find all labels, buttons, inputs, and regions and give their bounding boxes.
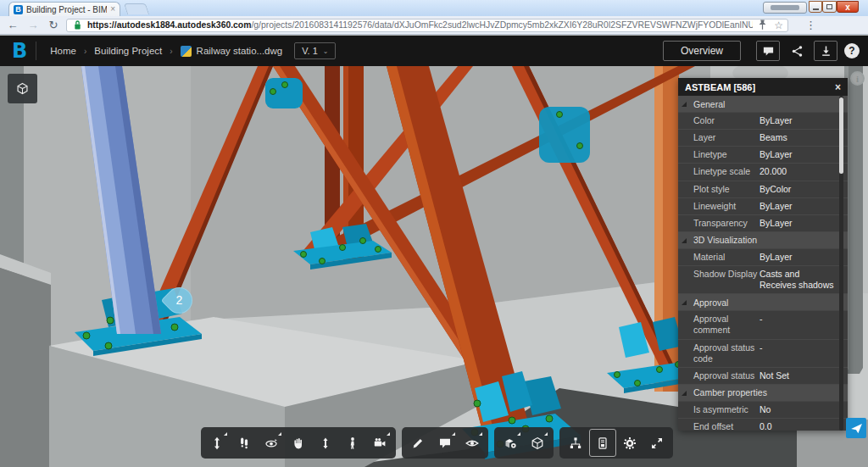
property-label: End offset (693, 421, 760, 431)
new-tab-button[interactable] (124, 3, 149, 14)
overview-button[interactable]: Overview (663, 41, 741, 61)
tree-icon (569, 436, 582, 450)
window-maximize-button[interactable] (822, 1, 837, 13)
pencil-icon (411, 436, 425, 450)
browser-menu-icon[interactable]: ⋮ (805, 19, 816, 31)
property-label: Transparency (693, 218, 760, 229)
tab-title: Building Project - BIM 36 (26, 5, 107, 14)
model-browser-button[interactable] (562, 429, 589, 457)
collapse-triangle-icon (682, 102, 687, 107)
panel-section-label: 3D Visualization (693, 235, 757, 245)
version-dropdown[interactable]: V. 1 ⌄ (294, 42, 336, 59)
explode-button[interactable] (524, 429, 551, 457)
fullscreen-button[interactable] (643, 429, 670, 457)
model-tools-icon (504, 436, 517, 450)
share-button[interactable] (787, 41, 807, 61)
info-icon[interactable]: i (850, 71, 865, 86)
forward-icon[interactable]: → (25, 19, 41, 31)
tab-favicon: B (14, 5, 23, 14)
first-person-button[interactable] (339, 429, 366, 457)
model-tools-button[interactable] (497, 429, 524, 457)
toolbar-group (402, 427, 488, 459)
flyout-triangle-icon (479, 432, 482, 436)
property-value: - (760, 314, 848, 336)
settings-button[interactable] (616, 429, 643, 457)
property-value: ByColor (760, 184, 848, 195)
file-icon (181, 46, 192, 57)
property-row: ColorByLayer (678, 113, 848, 130)
overlay-button[interactable] (763, 2, 807, 14)
panel-scrollbar-thumb[interactable] (839, 97, 843, 174)
tab-close-icon[interactable]: × (110, 5, 115, 14)
pan-zoom-button[interactable] (203, 429, 231, 457)
version-label: V. 1 (302, 46, 318, 56)
bim360-logo[interactable]: B (12, 41, 27, 61)
refresh-icon[interactable]: ↻ (46, 19, 61, 31)
zoom-updown-icon (319, 436, 332, 450)
property-value: ByLayer (760, 252, 848, 263)
property-value: ByLayer (760, 115, 848, 126)
property-value: Beams (760, 132, 848, 143)
orbit-button[interactable] (258, 429, 285, 457)
help-button[interactable]: ? (844, 43, 860, 58)
panel-section-header[interactable]: Approval (678, 294, 848, 311)
comment-button[interactable] (431, 429, 459, 457)
toolbar-group (559, 427, 673, 459)
walk-button[interactable] (231, 429, 258, 457)
flyout-triangle-icon (224, 432, 227, 436)
properties-button[interactable] (589, 429, 616, 457)
zoom-button[interactable] (312, 429, 339, 457)
gear-icon (623, 436, 637, 450)
updown-arrows-icon (210, 436, 224, 450)
bookmark-star-icon[interactable]: ☆ (774, 20, 783, 31)
pin-icon[interactable] (756, 19, 769, 31)
download-button[interactable] (814, 41, 837, 61)
property-row: End offset0.0 (678, 419, 848, 431)
address-bar[interactable]: https://autodesk1884.autodesk360.com/g/p… (66, 19, 788, 32)
panel-section-header[interactable]: Camber properties (678, 385, 848, 402)
property-label: Is asymmetric (693, 404, 760, 415)
property-value: ByLayer (760, 218, 848, 229)
property-row: Is asymmetricNo (678, 402, 848, 419)
home-view-button[interactable] (8, 74, 37, 103)
panel-section-header[interactable]: General (678, 96, 848, 113)
comment-icon (438, 436, 452, 450)
camera-button[interactable] (366, 429, 393, 457)
property-value: Not Set (760, 370, 848, 381)
markup-button[interactable] (404, 429, 431, 457)
property-value: 20.000 (760, 166, 848, 177)
flyout-triangle-icon (452, 432, 455, 436)
window-close-button[interactable]: x (837, 1, 859, 13)
property-value: - (760, 342, 848, 364)
pan-button[interactable] (285, 429, 312, 457)
breadcrumb-item[interactable]: Railway statio...dwg (197, 46, 283, 56)
property-label: Color (693, 115, 760, 126)
panel-section-header[interactable]: 3D Visualization (678, 232, 848, 249)
panel-scrollbar[interactable] (839, 96, 843, 431)
collapse-triangle-icon (682, 391, 687, 396)
breadcrumb-item[interactable]: Home (50, 46, 76, 56)
property-row: Shadow DisplayCasts and Receives shadows (678, 266, 848, 294)
window-minimize-button[interactable] (809, 1, 822, 13)
browser-tab[interactable]: B Building Project - BIM 36 × (8, 2, 120, 16)
flyout-triangle-icon (387, 432, 390, 436)
flyout-triangle-icon (517, 432, 520, 436)
comments-button[interactable] (756, 41, 780, 61)
back-icon[interactable]: ← (5, 19, 20, 31)
property-row: Linetype scale20.000 (678, 164, 848, 181)
chevron-down-icon: ⌄ (323, 47, 329, 55)
feedback-button[interactable] (846, 418, 866, 438)
panel-close-icon[interactable]: × (835, 81, 841, 93)
comment-pin-marker[interactable]: 2 (161, 282, 198, 320)
toolbar-group (201, 427, 396, 459)
property-value: Casts and Receives shadows (760, 269, 848, 291)
breadcrumb-item[interactable]: Building Project (94, 46, 162, 56)
properties-list: GeneralColorByLayerLayerBeamsLinetypeByL… (678, 96, 848, 431)
property-row: LineweightByLayer (678, 198, 848, 215)
breadcrumb-separator: › (84, 47, 86, 56)
comment-pin-label: 2 (166, 287, 192, 314)
visibility-button[interactable] (459, 429, 486, 457)
panel-section-label: Approval (693, 297, 728, 308)
secure-lock-icon (71, 19, 84, 31)
fullscreen-icon (650, 436, 664, 450)
